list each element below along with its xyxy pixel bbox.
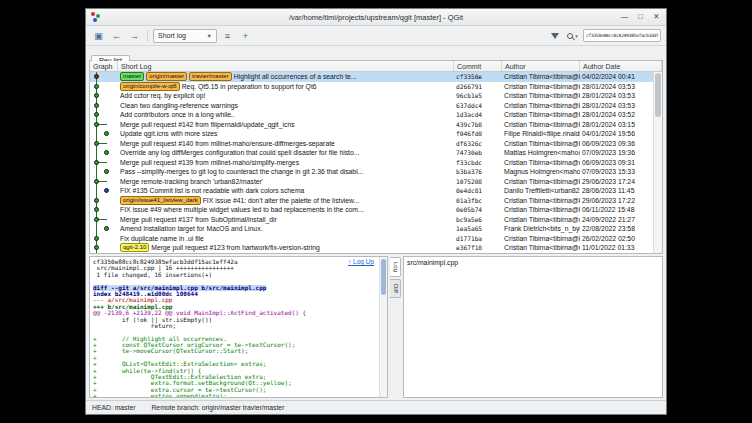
tab-log[interactable]: Log	[390, 257, 401, 277]
search-caret-icon: ▾	[575, 33, 578, 39]
short-log-cell: Update qgit.icns with more sizes	[118, 129, 454, 139]
graph-cell	[90, 158, 118, 168]
ref-badge[interactable]: origin/issue41_listview_dark	[120, 196, 201, 205]
column-header-commit[interactable]: Commit	[454, 61, 502, 71]
table-vertical-scrollbar[interactable]	[653, 72, 662, 253]
search-type-dropdown[interactable]: Short log ▼	[153, 29, 217, 43]
table-row[interactable]: Merge pull request #140 from millnet-mah…	[90, 139, 653, 149]
graph-cell	[90, 120, 118, 130]
ref-badge[interactable]: travier/master	[189, 72, 232, 81]
author-date-cell: 07/09/2023 19:36	[580, 148, 653, 158]
author-date-cell: 07/09/2023 15:33	[580, 167, 653, 177]
ref-badge[interactable]: origin/compile-w-qt6	[120, 82, 180, 91]
log-up-link[interactable]: ↑ Log Up	[348, 259, 374, 265]
file-list-pane[interactable]: src/mainimpl.cpp	[403, 256, 663, 398]
commit-dot-icon	[94, 217, 99, 222]
graph-cell	[90, 91, 118, 101]
filter-funnel-icon[interactable]	[547, 28, 562, 43]
author-date-cell: 28/01/2024 03:53	[580, 82, 653, 92]
short-log-cell: masterorigin/mastertravier/masterHighlig…	[118, 72, 454, 82]
table-row[interactable]: Merge remote-tracking branch 'urban82/ma…	[90, 177, 653, 187]
table-row[interactable]: Amend installation target for MacOS and …	[90, 224, 653, 234]
table-row[interactable]: FIX issue #49 where multiple widget valu…	[90, 205, 653, 215]
column-header-shortlog[interactable]: Short Log	[118, 61, 454, 71]
log-up-label: Log Up	[353, 258, 374, 265]
commit-dot-icon	[104, 226, 109, 231]
commit-sha-cell: 637ddc4	[454, 101, 502, 111]
author-cell: Cristian Tibirna<tibirna@kde.org>	[502, 72, 580, 82]
commit-sha-cell: d1771ba	[454, 234, 502, 244]
author-cell: Frank Dietrich<bits_n_bytes@gmx...	[502, 224, 580, 234]
commit-subject: Merge pull request #140 from millnet-mah…	[120, 140, 335, 147]
table-row[interactable]: Add cctor req. by explicit op!96cb1e5Cri…	[90, 91, 653, 101]
commit-sha-cell: 74730eb	[454, 148, 502, 158]
commit-sha-cell: d266791	[454, 82, 502, 92]
table-row[interactable]: Add contributors once in a long while..1…	[90, 110, 653, 120]
apply-patch-icon[interactable]: +	[238, 28, 253, 43]
graph-cell	[90, 139, 118, 149]
forward-icon[interactable]: →	[127, 28, 142, 43]
file-list-item[interactable]: src/mainimpl.cpp	[407, 259, 659, 266]
table-row[interactable]: Merge pull request #142 from filipernald…	[90, 120, 653, 130]
diff-vertical-scrollbar[interactable]	[379, 257, 387, 397]
column-header-graph[interactable]: Graph	[90, 61, 118, 71]
table-row[interactable]: Fix duplicate name in .ui filed1771baCri…	[90, 234, 653, 244]
commit-subject: Merge pull request #139 from millnet-mah…	[120, 159, 299, 166]
desktop-background: /var/home/timi/projects/upstream/qgit [m…	[0, 0, 752, 423]
commit-dot-icon	[94, 84, 99, 89]
ref-badge[interactable]: master	[120, 72, 144, 81]
maximize-icon[interactable]: □	[636, 12, 645, 22]
table-row[interactable]: Update qgit.icns with more sizesf046fd0F…	[90, 129, 653, 139]
table-row[interactable]: Merge pull request #137 from SubOptimal/…	[90, 215, 653, 225]
table-row[interactable]: masterorigin/mastertravier/masterHighlig…	[90, 72, 653, 82]
column-header-author-date[interactable]: Author Date	[580, 61, 662, 71]
tab-diff[interactable]: Diff	[390, 279, 401, 298]
ref-badge[interactable]: qgit-2.10	[120, 243, 149, 252]
graph-lane-line	[96, 186, 97, 196]
table-row[interactable]: Clean two dangling-reference warnings637…	[90, 101, 653, 111]
minimize-icon[interactable]: —	[620, 12, 629, 22]
table-row[interactable]: FIX #135 Commit list is not readable wit…	[90, 186, 653, 196]
table-row[interactable]: Merge pull request #139 from millnet-mah…	[90, 158, 653, 168]
commit-subject: Merge pull request #123 from hartwork/fi…	[151, 244, 319, 251]
view-tree-icon[interactable]: ≡	[220, 28, 235, 43]
table-row[interactable]: qgit-2.10Merge pull request #123 from ha…	[90, 243, 653, 253]
author-date-cell: 29/06/2023 17:24	[580, 177, 653, 187]
graph-cell	[90, 110, 118, 120]
main-tab-bar: Rev list	[89, 46, 663, 61]
commit-subject: Amend installation target for MacOS and …	[120, 225, 262, 232]
commit-dot-icon	[94, 160, 99, 165]
commit-subject: Add contributors once in a long while..	[120, 111, 235, 118]
ref-badge[interactable]: origin/master	[146, 72, 187, 81]
author-date-cell: 28/01/2024 03:52	[580, 110, 653, 120]
table-row[interactable]: origin/compile-w-qt6Req. Qt5.15 in prepa…	[90, 82, 653, 92]
titlebar[interactable]: /var/home/timi/projects/upstream/qgit [m…	[86, 9, 666, 26]
status-bar: HEAD: master Remote branch: origin/maste…	[86, 400, 666, 414]
diff-pane[interactable]: ↑ Log Up cf3350e88cc8c8249385efacb3ddf15…	[89, 256, 388, 398]
graph-lane-line	[96, 224, 97, 234]
graph-cell	[90, 177, 118, 187]
toolbar: ▣ ← → Short log ▼ ≡ + ▾	[86, 26, 666, 46]
commit-dot-icon	[94, 207, 99, 212]
author-date-cell: 04/02/2024 00:41	[580, 72, 653, 82]
commit-dot-icon	[94, 245, 99, 250]
table-row[interactable]: Pass --simplify-merges to git log to cou…	[90, 167, 653, 177]
table-row[interactable]: origin/issue41_listview_darkFIX issue #4…	[90, 196, 653, 206]
author-date-cell: 24/09/2022 21:27	[580, 215, 653, 225]
commit-dot-icon	[94, 112, 99, 117]
scrollbar-thumb[interactable]	[655, 73, 661, 117]
commit-subject: FIX issue #49 where multiple widget valu…	[120, 206, 364, 213]
chevron-down-icon: ▼	[207, 33, 212, 39]
diff-content: cf3350e88cc8c8249385efacb3ddf15ac1eff42a…	[93, 259, 377, 398]
sha-search-input[interactable]	[583, 29, 661, 42]
back-icon[interactable]: ←	[109, 28, 124, 43]
search-icon[interactable]: ▾	[565, 28, 580, 43]
open-repository-icon[interactable]: ▣	[91, 28, 106, 43]
detail-side-tabs: Log Diff	[390, 256, 401, 398]
column-header-author[interactable]: Author	[502, 61, 580, 71]
commit-dot-icon	[94, 236, 99, 241]
diff-scrollbar-thumb[interactable]	[381, 259, 386, 295]
window-title: /var/home/timi/projects/upstream/qgit [m…	[86, 13, 666, 22]
table-row[interactable]: Override any log diffMerges configuratio…	[90, 148, 653, 158]
close-icon[interactable]: ✕	[652, 12, 661, 22]
